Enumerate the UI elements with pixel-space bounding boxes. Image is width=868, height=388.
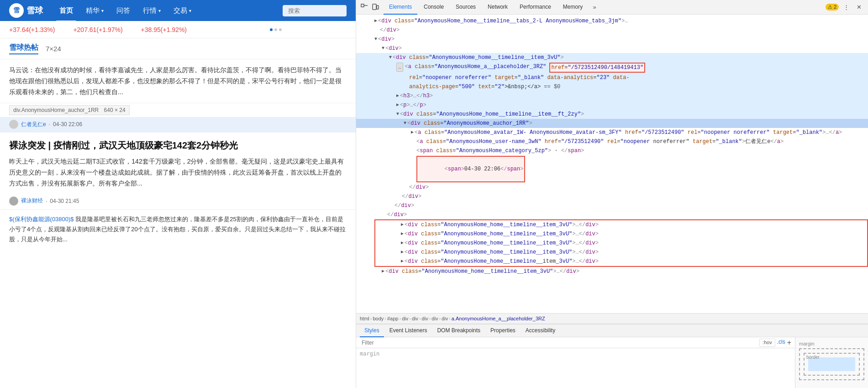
margin-box: border <box>799 348 864 380</box>
code-line-close-auchor[interactable]: </div> <box>356 183 868 192</box>
styles-pane: :hov .cls + margin <box>356 337 795 388</box>
code-line-div-item-1[interactable]: <div class="AnonymousHome_home__timeline… <box>375 229 867 239</box>
tab-network[interactable]: Network <box>482 0 513 15</box>
more-options-btn[interactable]: ⋮ <box>841 2 852 13</box>
tab-event-listeners[interactable]: Event Listeners <box>385 324 432 337</box>
breadcrumb-div2[interactable]: div <box>422 316 428 321</box>
code-line-1[interactable]: <div class="AnonymousHome_home__timeline… <box>356 16 868 26</box>
href-highlighted: href="/5723512490/148419413" <box>549 63 645 73</box>
author-line-2: 裸泳财经 · 04-30 21:45 <box>0 193 356 209</box>
article-2: 裸泳突发 | 疫情刚过，武汉天地顶级豪宅142套2分钟秒光 昨天上午，武汉天地云… <box>0 133 356 192</box>
code-line-7[interactable]: rel="noopener noreferrer" target="_blank… <box>356 73 868 82</box>
section-header: 雪球热帖 7×24 <box>0 38 356 59</box>
tab-console[interactable]: Console <box>418 0 449 15</box>
code-line-h3[interactable]: <h3>…</h3> <box>356 91 868 101</box>
border-label: border <box>806 355 820 360</box>
close-devtools-btn[interactable]: ✕ <box>853 2 864 13</box>
code-line-close-inner[interactable]: </div> <box>356 210 868 219</box>
filter-hov[interactable]: :hov <box>759 339 775 347</box>
breadcrumb-app[interactable]: #app <box>387 316 398 321</box>
author-2-name[interactable]: 裸泳财经 <box>21 197 43 205</box>
dot-2[interactable] <box>279 28 282 31</box>
code-line-close-ft[interactable]: </div> <box>356 192 868 201</box>
code-line-category[interactable]: <span class="AnonymousHome_category_5zp"… <box>356 146 868 155</box>
nav-market[interactable]: 行情▾ <box>137 5 166 17</box>
section-tab-24[interactable]: 7×24 <box>46 45 61 53</box>
code-line-2[interactable]: </div> <box>356 26 868 35</box>
code-line-6-anchor[interactable]: … <a class="AnonymousHome_a__placeholder… <box>356 62 868 73</box>
breadcrumb-html[interactable]: html <box>360 316 369 321</box>
code-line-close-item[interactable]: </div> <box>356 201 868 210</box>
devtools-panel: Elements Console Sources Network Perform… <box>356 0 868 388</box>
inspect-icon[interactable] <box>360 3 369 12</box>
ticker-bar: +37.64(+1.33%) +207.61(+1.97%) +38.95(+1… <box>0 21 356 38</box>
tab-styles[interactable]: Styles <box>360 324 384 337</box>
styles-area: margin <box>356 348 795 388</box>
article-2-body: 昨天上午，武汉天地云廷二期T3正式收官，142套千万级豪宅，2分钟，全部售罄。毫… <box>9 156 347 189</box>
code-line-5[interactable]: <div class="AnonymousHome_home__timeline… <box>356 53 868 62</box>
more-tabs-btn[interactable]: » <box>589 2 600 13</box>
code-area[interactable]: <div class="AnonymousHome_home__timeline… <box>356 15 868 313</box>
breadcrumb-anchor[interactable]: a.AnonymousHome_a__placeholder_3RZ <box>452 316 545 321</box>
bottom-link[interactable]: $(保利协鑫能源(03800)$ <box>9 216 74 223</box>
article-2-title[interactable]: 裸泳突发 | 疫情刚过，武汉天地顶级豪宅142套2分钟秒光 <box>9 139 347 152</box>
search-input[interactable] <box>283 5 347 16</box>
tab-elements[interactable]: Elements <box>384 0 417 15</box>
dot-sep: · <box>49 121 50 128</box>
tab-performance[interactable]: Performance <box>514 0 557 15</box>
author-1-date: 04-30 22:06 <box>53 121 82 128</box>
logo-text: 雪球 <box>26 5 43 16</box>
breadcrumb-div4[interactable]: div <box>442 316 448 321</box>
author-line-1: 仁者见仁e · 04-30 22:06 <box>0 117 356 133</box>
code-line-ft[interactable]: <div class="AnonymousHome_home__timeline… <box>356 110 868 119</box>
tab-memory[interactable]: Memory <box>558 0 588 15</box>
dot-1[interactable] <box>274 28 277 31</box>
bottom-content: :hov .cls + margin margin border <box>356 337 868 388</box>
code-line-4[interactable]: <div> <box>356 44 868 53</box>
filter-cls-btn[interactable]: .cls <box>777 339 785 347</box>
breadcrumb-div1[interactable]: div <box>412 316 418 321</box>
devtools-tabbar: Elements Console Sources Network Perform… <box>356 0 868 15</box>
code-line-div-item-0[interactable]: <div class="AnonymousHome_home__timeline… <box>375 220 867 229</box>
code-line-3[interactable]: <div> <box>356 35 868 44</box>
nav-trade[interactable]: 交易▾ <box>168 5 197 17</box>
section-tab-hot[interactable]: 雪球热帖 <box>9 43 38 54</box>
tab-accessibility[interactable]: Accessibility <box>521 324 560 337</box>
code-line-date-span[interactable]: <span>04-30 22:06</span> <box>356 155 868 183</box>
item-label: item <box>543 257 556 266</box>
nav-qa[interactable]: 问答 <box>111 5 136 17</box>
tab-sources[interactable]: Sources <box>450 0 481 15</box>
breadcrumb-div0[interactable]: div <box>402 316 408 321</box>
dot-0[interactable] <box>270 28 273 31</box>
tab-dom-breakpoints[interactable]: DOM Breakpoints <box>432 324 485 337</box>
nav-elite[interactable]: 精华▾ <box>80 5 109 17</box>
code-line-div-item-2[interactable]: <div class="AnonymousHome_home__timeline… <box>375 239 867 248</box>
breadcrumb-div3[interactable]: div <box>431 316 438 321</box>
breadcrumb-body[interactable]: body <box>373 316 384 321</box>
nav-bar: 雪 雪球 首页 精华▾ 问答 行情▾ 交易▾ <box>0 0 356 21</box>
code-line-avatar[interactable]: <a class="AnonymousHome_avatar_1W- Anony… <box>356 128 868 137</box>
filter-input[interactable] <box>360 340 756 346</box>
code-line-8[interactable]: analytics-page="500" text="2" >&nbsp;</a… <box>356 82 868 91</box>
warning-badge[interactable]: ⚠ 2 <box>826 4 839 11</box>
logo[interactable]: 雪 雪球 <box>9 3 43 18</box>
nav-links: 首页 精华▾ 问答 行情▾ 交易▾ <box>54 5 272 17</box>
tab-properties[interactable]: Properties <box>486 324 520 337</box>
code-line-auchor[interactable]: <div class="AnonymousHome_auchor_1RR" > <box>356 119 868 128</box>
red-group: <div class="AnonymousHome_home__timeline… <box>374 219 868 267</box>
svg-rect-3 <box>377 5 379 9</box>
code-line-p[interactable]: <p>…</p> <box>356 101 868 110</box>
code-line-div-item-3[interactable]: <div class="AnonymousHome_home__timeline… <box>375 248 867 257</box>
bottom-tab-bar: Styles Event Listeners DOM Breakpoints P… <box>356 324 868 337</box>
device-icon[interactable] <box>371 3 380 12</box>
code-line-div-item-5[interactable]: <div class="AnonymousHome_home__timeline… <box>356 267 868 276</box>
tooltip-class: div.AnonymousHome_auchor_1RR <box>13 107 99 113</box>
nav-home[interactable]: 首页 <box>54 5 79 17</box>
code-line-div-item-4[interactable]: <div class="AnonymousHome_home__timeline… <box>375 257 867 266</box>
code-line-username[interactable]: <a class="AnonymousHome_user-name_3wN" h… <box>356 137 868 146</box>
svg-rect-0 <box>361 4 364 7</box>
filter-add-btn[interactable]: + <box>787 339 791 347</box>
ticker-item-1: +207.61(+1.97%) <box>73 26 122 33</box>
author-1-name[interactable]: 仁者见仁e <box>21 121 46 128</box>
avatar-1 <box>9 120 18 129</box>
